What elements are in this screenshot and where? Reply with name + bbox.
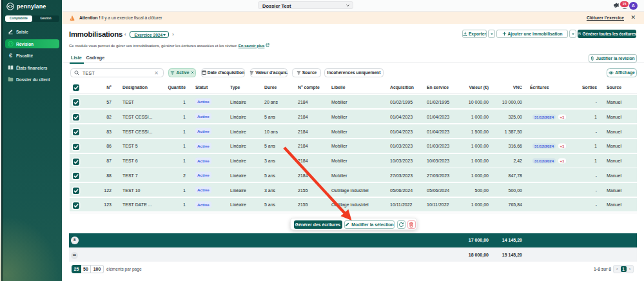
- svg-text:€: €: [9, 53, 12, 59]
